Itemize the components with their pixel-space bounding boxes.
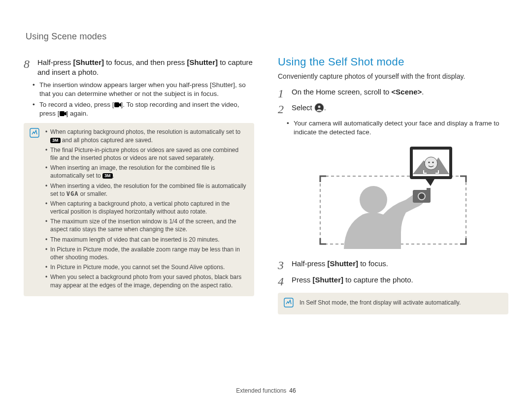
step-number: 8 xyxy=(24,58,33,78)
step-4: 4 Press [Shutter] to capture the photo. xyxy=(278,275,508,288)
step-number: 3 xyxy=(278,259,287,272)
self-shot-icon xyxy=(314,103,324,115)
step-number: 4 xyxy=(278,275,287,288)
list-item: Your camera will automatically detect yo… xyxy=(294,119,508,137)
list-item: To record a video, press []. To stop rec… xyxy=(39,100,254,118)
two-column-layout: 8 Half-press [Shutter] to focus, and the… xyxy=(24,56,508,314)
svg-point-14 xyxy=(432,162,433,163)
section-lead: Conveniently capture photos of yourself … xyxy=(278,72,508,80)
step-2: 2 Select . xyxy=(278,103,508,116)
step-number: 1 xyxy=(278,87,287,100)
step-3: 3 Half-press [Shutter] to focus. xyxy=(278,259,508,272)
list-item: When capturing a background photo, a ver… xyxy=(45,200,247,216)
section-heading: Using the Self Shot mode xyxy=(278,56,508,68)
self-shot-illustration xyxy=(278,146,508,254)
shutter-label: [Shutter] xyxy=(313,276,344,284)
shutter-label: [Shutter] xyxy=(187,58,218,66)
svg-point-12 xyxy=(425,157,437,170)
list-item: When you select a background photo from … xyxy=(45,273,247,289)
step-substeps: The insertion window appears larger when… xyxy=(24,81,254,119)
note-box: When capturing background photos, the re… xyxy=(24,123,254,296)
vga-label: VGA xyxy=(66,190,79,197)
page-header: Using Scene modes xyxy=(26,31,508,42)
list-item: The final Picture-in-picture photos or v… xyxy=(45,146,247,162)
step-substeps: Your camera will automatically detect yo… xyxy=(278,119,508,137)
svg-point-4 xyxy=(318,106,320,108)
shutter-label: [Shutter] xyxy=(73,58,104,66)
right-column: Using the Self Shot mode Conveniently ca… xyxy=(278,56,508,314)
list-item: The maximum length of video that can be … xyxy=(45,236,247,244)
scene-tag: <Scene> xyxy=(392,88,422,96)
step-1: 1 On the Home screen, scroll to <Scene>. xyxy=(278,87,508,100)
svg-point-8 xyxy=(418,193,425,200)
note-box: In Self Shot mode, the front display wil… xyxy=(278,293,508,314)
svg-point-6 xyxy=(360,186,387,214)
list-item: When capturing background photos, the re… xyxy=(45,128,247,144)
svg-rect-1 xyxy=(60,111,65,116)
page-number: 46 xyxy=(289,387,296,394)
step-body: Press [Shutter] to capture the photo. xyxy=(292,275,413,288)
left-column: 8 Half-press [Shutter] to focus, and the… xyxy=(24,56,254,314)
list-item: In Picture in Picture mode, you cannot s… xyxy=(45,263,247,271)
resolution-badge: 3M xyxy=(102,173,113,179)
manual-page: Using Scene modes 8 Half-press [Shutter]… xyxy=(0,0,532,401)
list-item: When inserting a video, the resolution f… xyxy=(45,182,247,198)
step-body: Half-press [Shutter] to focus, and then … xyxy=(37,58,254,78)
record-icon xyxy=(60,110,66,117)
note-text: In Self Shot mode, the front display wil… xyxy=(299,298,461,309)
note-icon xyxy=(284,298,295,309)
step-body: Half-press [Shutter] to focus. xyxy=(292,259,388,272)
step-body: On the Home screen, scroll to <Scene>. xyxy=(292,87,424,100)
svg-rect-9 xyxy=(427,188,431,191)
list-item: When inserting an image, the resolution … xyxy=(45,164,247,180)
footer-section: Extended functions xyxy=(236,387,286,394)
svg-rect-0 xyxy=(114,102,119,107)
resolution-badge: 3M xyxy=(50,138,61,143)
record-icon xyxy=(114,101,121,108)
list-item: The maximum size of the insertion window… xyxy=(45,217,247,233)
note-list: When capturing background photos, the re… xyxy=(45,128,247,291)
note-icon xyxy=(30,128,40,291)
step-number: 2 xyxy=(278,103,287,116)
page-footer: Extended functions46 xyxy=(0,387,532,394)
step-body: Select . xyxy=(292,103,326,116)
list-item: The insertion window appears larger when… xyxy=(39,81,254,98)
list-item: In Picture in Picture mode, the availabl… xyxy=(45,246,247,261)
shutter-label: [Shutter] xyxy=(328,259,359,268)
step-8: 8 Half-press [Shutter] to focus, and the… xyxy=(24,58,254,78)
svg-point-13 xyxy=(428,162,430,163)
